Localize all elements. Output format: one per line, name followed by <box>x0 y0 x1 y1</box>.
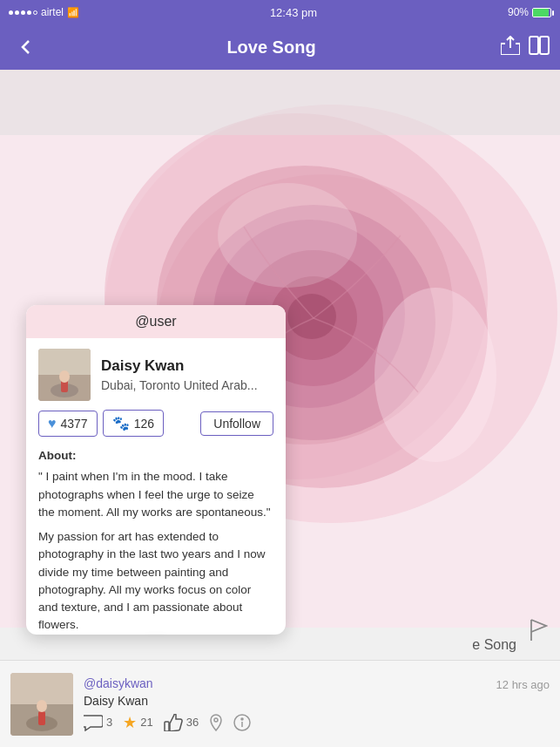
comment-icon <box>84 714 103 731</box>
stars-count: 21 <box>140 716 152 729</box>
avatar <box>38 349 91 401</box>
page-title: Love Song <box>226 37 315 58</box>
info-action[interactable] <box>233 714 251 731</box>
dot-2 <box>15 10 19 15</box>
battery-percent: 90% <box>508 6 529 18</box>
svg-rect-2 <box>540 37 549 54</box>
about-label: About: <box>38 447 273 465</box>
about-text-1: " I paint when I'm in the mood. I take p… <box>38 468 273 521</box>
user-location: Dubai, Toronto United Arab... <box>101 378 258 392</box>
paw-icon: 🐾 <box>112 415 130 431</box>
post-username[interactable]: @daisykwan <box>84 676 153 690</box>
main-content: e Song @user <box>0 70 560 747</box>
share-icon[interactable] <box>501 36 520 59</box>
svg-point-30 <box>214 718 218 722</box>
likes-count: 4377 <box>61 417 88 431</box>
battery-fill <box>533 9 549 17</box>
location-icon <box>209 714 223 731</box>
popup-scroll-area[interactable]: Daisy Kwan Dubai, Toronto United Arab...… <box>26 338 286 635</box>
svg-point-13 <box>218 183 357 288</box>
dot-5 <box>33 10 37 15</box>
svg-rect-29 <box>165 722 169 731</box>
about-text-2: My passion for art has extended to photo… <box>38 528 273 635</box>
followers-stat[interactable]: 🐾 126 <box>103 410 164 437</box>
stats-row: ♥ 4377 🐾 126 Unfollow <box>38 410 273 437</box>
stars-action[interactable]: ★ 21 <box>123 713 152 732</box>
nav-bar: Love Song <box>0 24 560 70</box>
avatar-img <box>38 349 91 401</box>
star-icon: ★ <box>123 713 137 732</box>
svg-rect-15 <box>0 70 560 135</box>
carrier-label: airtel <box>41 6 64 18</box>
comments-action[interactable]: 3 <box>84 714 112 731</box>
svg-point-28 <box>37 700 47 712</box>
likes-count: 36 <box>186 716 199 729</box>
nav-actions <box>501 36 550 59</box>
post-thumbnail[interactable] <box>10 673 73 736</box>
post-bar: @daisykwan 12 hrs ago Daisy Kwan 3 ★ 21 <box>0 660 560 747</box>
popup-body: Daisy Kwan Dubai, Toronto United Arab...… <box>26 338 286 635</box>
dot-4 <box>27 10 31 15</box>
svg-point-22 <box>59 370 70 383</box>
svg-rect-25 <box>10 673 73 704</box>
svg-rect-27 <box>38 711 45 725</box>
back-chevron-icon <box>17 37 36 57</box>
battery-icon <box>532 8 551 17</box>
svg-point-14 <box>374 288 496 462</box>
comments-count: 3 <box>106 716 112 729</box>
likes-stat[interactable]: ♥ 4377 <box>38 411 98 437</box>
flag-icon[interactable] <box>529 619 548 646</box>
signal-dots <box>9 10 37 15</box>
followers-count: 126 <box>134 417 154 431</box>
post-author: Daisy Kwan <box>84 694 550 708</box>
status-left: airtel 📶 <box>9 6 79 18</box>
user-row: Daisy Kwan Dubai, Toronto United Arab... <box>38 349 273 401</box>
post-actions: 3 ★ 21 36 <box>84 713 550 732</box>
likes-action[interactable]: 36 <box>164 714 199 731</box>
thumbs-up-icon <box>164 714 183 731</box>
user-name: Daisy Kwan <box>101 357 258 375</box>
dot-3 <box>21 10 25 15</box>
layout-icon[interactable] <box>529 36 550 59</box>
location-action[interactable] <box>209 714 223 731</box>
status-right: 90% <box>508 6 551 18</box>
status-time: 12:43 pm <box>270 6 317 19</box>
popup-header: @user <box>26 305 286 338</box>
svg-rect-1 <box>530 37 538 54</box>
unfollow-button[interactable]: Unfollow <box>200 411 273 436</box>
dot-1 <box>9 10 13 15</box>
user-info: Daisy Kwan Dubai, Toronto United Arab... <box>101 357 258 392</box>
song-label: e Song <box>472 637 516 653</box>
heart-icon: ♥ <box>48 416 57 431</box>
post-time: 12 hrs ago <box>496 678 550 691</box>
about-section: About: " I paint when I'm in the mood. I… <box>38 447 273 635</box>
info-icon <box>233 714 251 731</box>
status-bar: airtel 📶 12:43 pm 90% <box>0 0 560 24</box>
flag-svg <box>529 619 548 642</box>
post-info: @daisykwan 12 hrs ago Daisy Kwan 3 ★ 21 <box>84 676 550 732</box>
svg-point-33 <box>241 718 243 720</box>
user-popup-card: @user Dai <box>26 305 286 635</box>
thumbnail-img <box>10 673 73 736</box>
back-button[interactable] <box>10 31 42 63</box>
wifi-icon: 📶 <box>67 7 79 18</box>
